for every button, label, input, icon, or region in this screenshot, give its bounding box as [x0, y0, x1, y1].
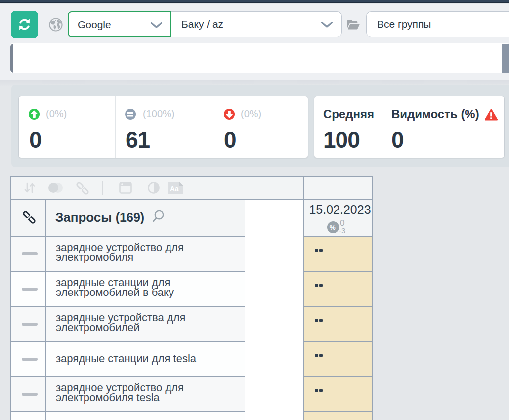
svg-text:%: % [330, 224, 336, 231]
svg-text:Aa: Aa [170, 185, 179, 193]
